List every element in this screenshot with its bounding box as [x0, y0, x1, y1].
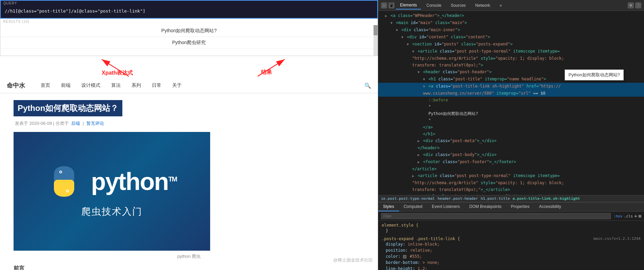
post-title: Python如何爬取动态网站？ [14, 100, 122, 116]
results-scrollbar[interactable] [374, 25, 378, 56]
triangle-icon [412, 174, 414, 178]
triangle-icon [412, 50, 414, 53]
nav-daily[interactable]: 日常 [150, 81, 163, 90]
python-text-group: pythonTM [91, 168, 177, 195]
result-item-1[interactable]: Python如何爬取动态网站? [0, 25, 378, 37]
watermark: @稀土掘金技术社区 [333, 257, 373, 263]
nav-frontend[interactable]: 前端 [59, 81, 73, 90]
post-comments[interactable]: 暂无评论 [86, 121, 104, 126]
nav-bar: 命中水 首页 前端 设计模式 算法 系列 日常 关于 🔍 [0, 78, 378, 93]
tab-more[interactable]: » [496, 2, 506, 9]
nav-home[interactable]: 首页 [39, 81, 52, 90]
search-icon[interactable]: 🔍 [364, 82, 371, 89]
triangle-icon [418, 70, 420, 74]
html-line[interactable]: <footer class="post-footer">_</footer> [378, 158, 644, 166]
html-text-content-line[interactable]: Python如何爬取动态网站? [378, 110, 644, 117]
results-scrollbar-thumb[interactable] [374, 25, 378, 35]
filter-add-button[interactable]: + [634, 213, 637, 219]
html-line[interactable]: ::before [378, 97, 644, 103]
css-prop-color: color: #555; [382, 253, 641, 259]
html-line[interactable]: <article class="post post-type-normal" i… [378, 172, 644, 179]
nav-series[interactable]: 系列 [129, 81, 143, 90]
device-icon[interactable]: 📱 [388, 2, 395, 8]
query-input-text[interactable]: //h1[@class="post-title"]/a[@class="post… [5, 8, 145, 14]
html-line[interactable]: <article class="post post-type-normal" i… [378, 48, 644, 55]
triangle-icon [390, 21, 393, 25]
tab-properties[interactable]: Properties [506, 203, 534, 211]
devtools-tooltip: Python如何爬取动态网站? [565, 70, 624, 80]
html-line[interactable]: <a class="WPHeader">_</header> [378, 12, 644, 19]
result-item-2[interactable]: Python爬虫研究 [0, 37, 378, 49]
html-line[interactable]: <div class="post-meta">_</div> [378, 137, 644, 144]
tab-network[interactable]: Network [471, 2, 494, 9]
post-date: 发表于 2020-06-09 | 分类于 [15, 121, 70, 126]
tab-event-listeners[interactable]: Event Listeners [427, 203, 465, 211]
tab-computed[interactable]: Computed [399, 203, 427, 211]
tab-dom-breakpoints[interactable]: DOM Breakpoints [465, 203, 506, 211]
tab-sources[interactable]: Sources [447, 2, 470, 9]
html-line[interactable]: transform: translateY(0px);"> [378, 62, 644, 69]
breadcrumb-h1[interactable]: h1.post-title [481, 196, 510, 201]
more-options-icon[interactable]: ⋮ [635, 2, 641, 8]
styles-filter-input[interactable] [381, 213, 611, 219]
inspect-icon[interactable]: ⬚ [381, 2, 387, 8]
triangle-icon [418, 153, 420, 157]
html-line[interactable]: <div class="main-inner"> [378, 26, 644, 34]
post-image: pythonTM 爬虫技术入门 [14, 132, 210, 251]
html-line[interactable]: " [378, 103, 644, 110]
python-subtitle: 爬虫技术入门 [81, 205, 142, 218]
html-line[interactable]: </a> [378, 124, 644, 131]
result-label: 结果 [261, 69, 272, 76]
html-line[interactable]: <section id="posts" class="posts-expand"… [378, 41, 644, 48]
tab-styles[interactable]: Styles [378, 203, 399, 211]
query-bar: QUERY //h1[@class="post-title"]/a[@class… [0, 0, 378, 19]
triangle-icon [418, 139, 420, 143]
filter-hov-button[interactable]: :hov [613, 214, 623, 218]
devtools-toolbar: ⬚ 📱 Elements Console Sources Network » ⚙… [378, 0, 644, 11]
result-arrow [237, 56, 322, 78]
site-name[interactable]: 命中水 [7, 81, 25, 90]
html-line[interactable]: <div class="post-body">_</div> [378, 151, 644, 158]
html-line[interactable]: </header> [378, 144, 644, 151]
nav-design-patterns[interactable]: 设计模式 [79, 81, 102, 90]
annotation-area: Xpath表达式 结果 [0, 56, 378, 78]
breadcrumb-a-current[interactable]: a.post-title-link.xh-highlight [512, 196, 580, 201]
python-snake-icon [47, 165, 81, 198]
html-line-selected-2[interactable]: www.cxiansheng.cn/server/580" itemprop="… [378, 90, 644, 97]
html-line[interactable]: <main id="main" class="main"> [378, 19, 644, 26]
breadcrumb-article[interactable]: ie.post.post-type-normal [381, 196, 435, 201]
nav-about[interactable]: 关于 [170, 81, 184, 90]
post-category[interactable]: 后端 [71, 121, 80, 126]
html-line[interactable]: </h1> [378, 131, 644, 137]
triangle-icon [385, 14, 387, 18]
elements-panel[interactable]: <a class="WPHeader">_</header> <main id=… [378, 11, 644, 195]
styles-content: element.style { } .posts-expand .post-ti… [378, 221, 644, 270]
css-block-element-style: element.style { } [382, 223, 641, 234]
html-line[interactable]: " [378, 117, 644, 124]
content-area[interactable]: Python如何爬取动态网站？ 发表于 2020-06-09 | 分类于 后端 … [0, 93, 378, 270]
settings-icon[interactable]: ⚙ [628, 2, 634, 8]
breadcrumb-bar: ie.post.post-type-normal header.post-hea… [378, 195, 644, 202]
html-line[interactable]: "http://schema.org/Article" style="opaci… [378, 55, 644, 62]
styles-tabs: Styles Computed Event Listeners DOM Brea… [378, 203, 644, 212]
css-close-brace: } [382, 228, 641, 234]
nav-algorithm[interactable]: 算法 [109, 81, 123, 90]
filter-options-icon[interactable]: ⊞ [639, 213, 641, 219]
tab-elements[interactable]: Elements [396, 1, 421, 9]
results-panel: RESULTS (10) Python如何爬取动态网站? Python爬虫研究 [0, 19, 378, 56]
filter-cls-button[interactable]: .cls [624, 214, 633, 218]
breadcrumb-header[interactable]: header.post-header [438, 196, 478, 201]
html-line[interactable]: </article> [378, 166, 644, 172]
html-line-selected[interactable]: <a class="post-title-link xh-highlight" … [378, 83, 644, 90]
triangle-icon [423, 77, 425, 81]
css-selector-posts-expand: .posts-expand .post-title-link { main.cs… [382, 236, 641, 241]
html-line[interactable]: "http://schema.org/Article" style="opaci… [378, 179, 644, 186]
main-area: QUERY //h1[@class="post-title"]/a[@class… [0, 0, 378, 270]
python-wordmark: pythonTM [91, 168, 177, 195]
tab-accessibility[interactable]: Accessibility [534, 203, 566, 211]
tab-console[interactable]: Console [422, 2, 445, 9]
html-line[interactable]: <div id="content" class="content"> [378, 34, 644, 41]
color-swatch [403, 255, 406, 258]
post-meta: 发表于 2020-06-09 | 分类于 后端 | 暂无评论 [14, 120, 364, 127]
html-line[interactable]: transform: translateY(0px);">_</article> [378, 186, 644, 193]
